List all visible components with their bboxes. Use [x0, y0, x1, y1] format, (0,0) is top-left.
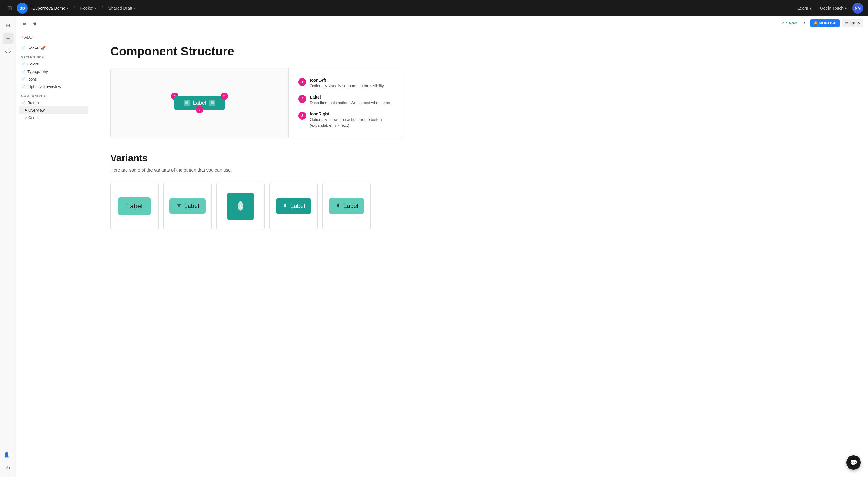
brand-name-btn[interactable]: Supernova Demo ▾	[30, 4, 70, 12]
saved-status: ✓ Saved	[781, 21, 797, 25]
sidebar-user-plus-icon[interactable]: 👤+	[3, 449, 13, 460]
contact-chevron-icon: ▾	[845, 6, 847, 10]
callout-badge-2: 2	[196, 106, 203, 113]
icon-sidebar: ⊞ ☰ </> 👤+ ⚙	[0, 16, 16, 477]
variant-button-1[interactable]: Label	[118, 198, 151, 215]
publish-icon: 🔔	[813, 21, 818, 25]
variants-title: Variants	[110, 153, 403, 164]
nav-separator-2: /	[101, 5, 103, 11]
left-panel-content: + ADD 📄 Rocket 🚀 STYLEGUIDE 📄 Colors 📄 T…	[16, 30, 91, 125]
variant-button-4[interactable]: Label	[276, 198, 311, 214]
structure-badge-3: 3	[299, 112, 306, 120]
sidebar-settings-icon[interactable]: ⚙	[3, 463, 13, 473]
nav-item-typography[interactable]: 📄 Typography	[19, 68, 88, 76]
svg-point-4	[338, 205, 339, 206]
chat-fab-button[interactable]: 💬	[846, 455, 861, 470]
structure-badge-1: 1	[299, 78, 306, 86]
variant-card-4: Label	[270, 182, 318, 230]
sidebar-grid-icon[interactable]: ⊞	[3, 20, 13, 31]
variant-card-5: Label	[322, 182, 371, 230]
svg-point-3	[284, 205, 286, 206]
nav-item-button[interactable]: 📄 Button	[19, 99, 88, 107]
user-avatar[interactable]: NM	[852, 3, 863, 13]
structure-diagram: 1 Label	[110, 68, 403, 138]
structure-desc-3: Optionally shows the action for the butt…	[310, 117, 393, 128]
variant-button-5[interactable]: Label	[329, 198, 364, 214]
project-nav-item[interactable]: Rocket ▾	[78, 4, 98, 12]
draft-nav-item[interactable]: Shared Draft ▾	[106, 4, 137, 12]
external-link-button[interactable]: ↗	[800, 19, 808, 27]
main-content: ✓ Saved ↗ 🔔 PUBLISH 👁 VIEW Component Str…	[91, 16, 868, 477]
svg-point-2	[240, 205, 241, 207]
button-icon-right	[209, 100, 215, 106]
overview-doc-icon: 📄	[21, 85, 26, 89]
variant-card-1: Label	[110, 182, 158, 230]
diagram-right: 1 IconLeft Optionally visually supports …	[288, 68, 403, 138]
main-layout: ⊞ ☰ </> 👤+ ⚙ ▤ ⊕ + ADD 📄 Rocket 🚀 STYLEG…	[0, 16, 868, 477]
left-panel-toolbar: ▤ ⊕	[16, 16, 91, 30]
icons-doc-icon: 📄	[21, 77, 26, 81]
content-body: Component Structure 1	[91, 30, 423, 245]
variant-3-rocket-icon	[235, 200, 247, 213]
draft-chevron-icon: ▾	[133, 7, 135, 10]
structure-desc-1: Optionally visually supports button visi…	[310, 83, 384, 89]
check-icon: ✓	[781, 21, 785, 25]
sidebar-bottom: 👤+ ⚙	[3, 449, 13, 477]
nav-sub-item-overview[interactable]: Overview	[19, 107, 88, 114]
nav-item-icons[interactable]: 📄 Icons	[19, 76, 88, 83]
page-title: Component Structure	[110, 44, 403, 58]
structure-info-3: IconRight Optionally shows the action fo…	[310, 112, 393, 128]
root-nav-item[interactable]: 📄 Rocket 🚀	[19, 44, 88, 52]
typography-doc-icon: 📄	[21, 70, 26, 74]
apps-icon[interactable]: ⊞	[5, 3, 14, 13]
structure-item-2: 2 Label Describes main action. Works bes…	[299, 95, 393, 106]
active-bullet	[25, 110, 27, 111]
diagram-left: 1 Label	[111, 68, 288, 138]
variant-card-3	[216, 182, 265, 230]
new-doc-icon[interactable]: ⊕	[31, 19, 39, 27]
nav-item-overview[interactable]: 📄 High level overview	[19, 83, 88, 90]
variant-card-2: Label	[163, 182, 212, 230]
publish-button[interactable]: 🔔 PUBLISH	[810, 19, 840, 27]
colors-doc-icon: 📄	[21, 62, 26, 66]
structure-title-2: Label	[310, 95, 392, 99]
structure-item-3: 3 IconRight Optionally shows the action …	[299, 112, 393, 128]
svg-rect-1	[211, 101, 214, 104]
variant-button-2[interactable]: Label	[169, 198, 206, 214]
button-icon-left	[184, 100, 190, 106]
topnav-right: Learn ▾ Get in Touch ▾ NM	[795, 3, 863, 13]
sidebar-doc-icon[interactable]: ☰	[3, 33, 13, 44]
variant-4-icon	[282, 202, 288, 210]
view-icon: 👁	[845, 21, 849, 25]
variant-button-3[interactable]	[227, 193, 254, 220]
variants-row: Label Label	[110, 182, 403, 230]
learn-btn[interactable]: Learn ▾	[795, 4, 815, 12]
sidebar-toggle-icon[interactable]: ▤	[20, 19, 28, 27]
structure-info-2: Label Describes main action. Works best …	[310, 95, 392, 106]
diagram-button-wrapper: 1 Label	[174, 96, 225, 110]
nav-separator: /	[73, 5, 75, 11]
structure-title-3: IconRight	[310, 112, 393, 116]
left-panel: ▤ ⊕ + ADD 📄 Rocket 🚀 STYLEGUIDE 📄 Colors…	[16, 16, 91, 477]
structure-badge-2: 2	[299, 95, 306, 103]
add-button[interactable]: + ADD	[19, 34, 88, 41]
learn-chevron-icon: ▾	[809, 6, 812, 10]
variant-2-icon	[176, 202, 182, 210]
sidebar-code-icon[interactable]: </>	[3, 47, 13, 57]
nav-item-colors[interactable]: 📄 Colors	[19, 60, 88, 68]
doc-icon: 📄	[21, 46, 26, 50]
structure-item-1: 1 IconLeft Optionally visually supports …	[299, 78, 393, 89]
svg-rect-0	[185, 101, 188, 104]
content-toolbar: ✓ Saved ↗ 🔔 PUBLISH 👁 VIEW	[91, 16, 868, 30]
components-section-label: COMPONENTS	[19, 90, 88, 99]
contact-btn[interactable]: Get in Touch ▾	[817, 4, 850, 12]
inactive-bullet	[25, 117, 27, 119]
brand-chevron-icon: ▾	[67, 7, 68, 10]
nav-sub-item-code[interactable]: Code	[19, 114, 88, 121]
project-chevron-icon: ▾	[95, 7, 96, 10]
brand-logo: SD	[17, 3, 28, 13]
structure-desc-2: Describes main action. Works best when s…	[310, 100, 392, 106]
view-button[interactable]: 👁 VIEW	[842, 19, 863, 27]
structure-title-1: IconLeft	[310, 78, 384, 83]
styleguide-section-label: STYLEGUIDE	[19, 52, 88, 60]
